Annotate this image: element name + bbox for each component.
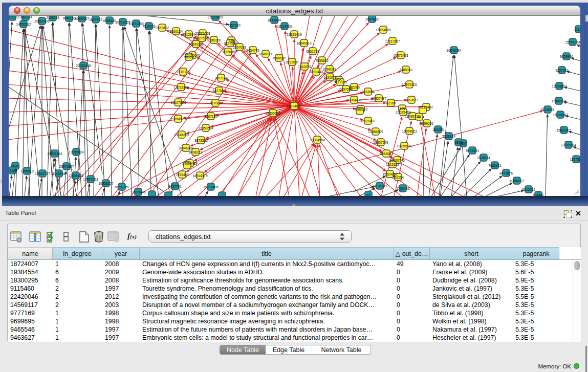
svg-text:10653267: 10653267 (74, 17, 90, 20)
svg-text:8454749: 8454749 (246, 49, 259, 52)
svg-text:7632621: 7632621 (488, 164, 502, 167)
svg-text:7515526: 7515526 (142, 25, 156, 28)
svg-text:9227342: 9227342 (555, 69, 569, 72)
svg-text:2108528: 2108528 (46, 16, 59, 19)
svg-text:8498222: 8498222 (189, 150, 202, 154)
svg-text:3824554: 3824554 (361, 90, 375, 94)
svg-text:33139: 33139 (9, 169, 17, 172)
svg-text:10120746: 10120746 (389, 159, 405, 162)
svg-text:23226058: 23226058 (195, 32, 210, 35)
svg-text:17359924: 17359924 (69, 150, 84, 154)
svg-text:8878332: 8878332 (194, 139, 208, 142)
svg-text:14136141: 14136141 (372, 184, 387, 188)
svg-text:8186328: 8186328 (207, 38, 221, 42)
svg-text:10973493: 10973493 (393, 54, 408, 57)
svg-text:15751074: 15751074 (565, 40, 580, 44)
svg-text:17957223: 17957223 (83, 178, 98, 181)
svg-text:10958107: 10958107 (98, 182, 114, 185)
svg-text:2867608: 2867608 (233, 46, 246, 49)
svg-text:12505135: 12505135 (68, 174, 83, 178)
svg-text:10107554: 10107554 (170, 101, 186, 104)
svg-text:1588520: 1588520 (272, 56, 286, 60)
svg-text:98963: 98963 (184, 55, 194, 59)
svg-text:6794028: 6794028 (323, 68, 336, 71)
svg-text:18907249: 18907249 (373, 141, 388, 144)
svg-text:12353594: 12353594 (198, 126, 213, 130)
svg-text:12975115: 12975115 (402, 83, 417, 86)
svg-text:12213967: 12213967 (385, 39, 400, 43)
svg-text:8427552: 8427552 (212, 89, 226, 93)
svg-text:1615152: 1615152 (386, 163, 399, 166)
svg-text:7955812: 7955812 (315, 59, 329, 62)
svg-text:16782759: 16782759 (114, 185, 129, 189)
svg-text:9474444: 9474444 (466, 149, 479, 152)
svg-text:14099489: 14099489 (182, 162, 198, 165)
svg-text:9146821: 9146821 (259, 52, 272, 56)
svg-text:9046153: 9046153 (62, 16, 76, 20)
svg-text:18300295: 18300295 (265, 112, 280, 115)
svg-text:1621072: 1621072 (323, 76, 337, 79)
svg-text:20691406: 20691406 (34, 19, 50, 23)
svg-text:8813054: 8813054 (268, 18, 281, 22)
svg-text:11121: 11121 (574, 28, 580, 31)
svg-text:6990448: 6990448 (310, 70, 323, 74)
svg-text:15720407: 15720407 (360, 119, 376, 123)
svg-text:15716485: 15716485 (203, 185, 219, 189)
svg-text:7663822: 7663822 (156, 26, 169, 30)
svg-text:10025466: 10025466 (396, 111, 411, 114)
svg-text:10756928: 10756928 (397, 144, 412, 148)
svg-text:2087682: 2087682 (365, 17, 379, 21)
svg-text:105: 105 (399, 107, 405, 111)
svg-text:16033809: 16033809 (208, 16, 223, 19)
svg-text:1156819: 1156819 (20, 169, 34, 173)
svg-text:1362625: 1362625 (298, 65, 311, 69)
svg-text:18640910: 18640910 (296, 41, 312, 45)
svg-text:12093822: 12093822 (552, 84, 567, 88)
svg-text:16914479: 16914479 (192, 174, 208, 178)
svg-text:5938924: 5938924 (442, 135, 455, 138)
svg-text:95081: 95081 (11, 164, 20, 168)
svg-text:10046788: 10046788 (178, 146, 193, 150)
svg-text:12444194: 12444194 (551, 99, 567, 103)
svg-text:10671355: 10671355 (128, 22, 144, 26)
svg-text:16543362: 16543362 (188, 42, 204, 46)
svg-text:9457791: 9457791 (168, 185, 182, 188)
svg-text:15692971: 15692971 (556, 128, 572, 132)
svg-text:8471676: 8471676 (499, 171, 513, 175)
svg-text:1527602: 1527602 (89, 18, 102, 21)
svg-text:19654923: 19654923 (402, 129, 417, 133)
svg-text:9084067: 9084067 (380, 152, 393, 156)
svg-text:2803144: 2803144 (214, 76, 228, 80)
svg-text:7086673: 7086673 (354, 107, 367, 111)
svg-text:12923446: 12923446 (130, 190, 146, 194)
svg-text:8912954: 8912954 (182, 33, 195, 36)
svg-text:9463627: 9463627 (405, 98, 418, 102)
svg-text:9899695: 9899695 (420, 122, 433, 125)
svg-text:746266: 746266 (349, 85, 360, 89)
svg-text:44: 44 (417, 115, 421, 119)
svg-text:417004: 417004 (210, 101, 221, 105)
svg-text:2718176: 2718176 (177, 70, 190, 74)
svg-text:124441: 124441 (533, 193, 544, 196)
svg-text:20053346: 20053346 (76, 64, 91, 68)
svg-text:7357224: 7357224 (227, 24, 241, 27)
svg-text:7625402: 7625402 (176, 173, 189, 177)
svg-text:16154808: 16154808 (376, 28, 391, 32)
svg-text:2093172: 2093172 (9, 16, 19, 19)
svg-text:97: 97 (366, 193, 371, 196)
svg-text:19384554: 19384554 (310, 138, 325, 142)
svg-text:20206516: 20206516 (47, 152, 62, 156)
svg-text:1861974: 1861974 (19, 16, 32, 19)
svg-text:2935114: 2935114 (477, 156, 490, 160)
svg-text:10654112: 10654112 (510, 179, 525, 183)
svg-text:12942737: 12942737 (35, 172, 50, 176)
svg-text:6871: 6871 (455, 141, 463, 144)
svg-text:6466160: 6466160 (103, 19, 116, 23)
svg-text:9327506: 9327506 (195, 36, 208, 40)
svg-text:9245652: 9245652 (522, 188, 535, 191)
svg-text:19166825: 19166825 (174, 133, 189, 137)
svg-text:10807487: 10807487 (371, 97, 386, 100)
svg-text:20364436: 20364436 (346, 98, 362, 102)
svg-text:10688609: 10688609 (368, 130, 383, 134)
svg-text:16210643: 16210643 (553, 113, 568, 117)
